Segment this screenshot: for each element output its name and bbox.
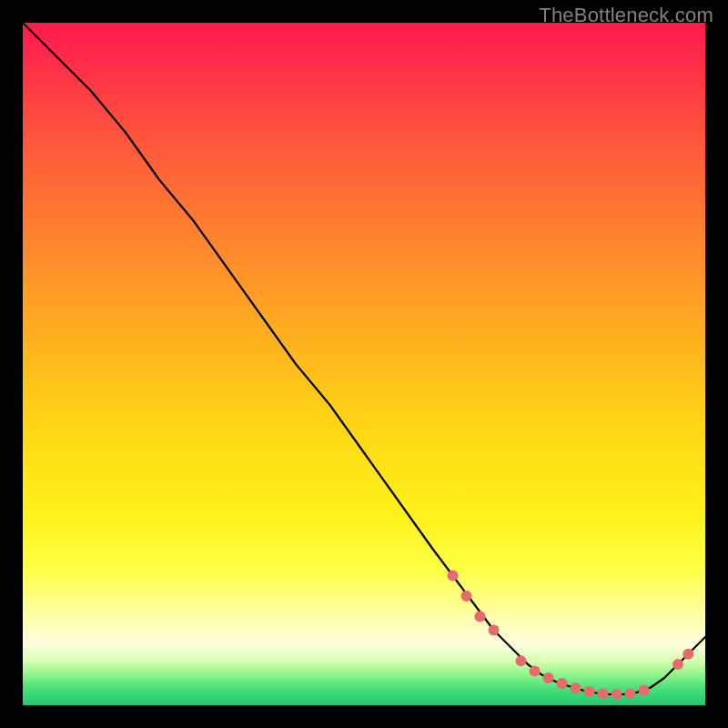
curve-marker [682,649,693,660]
curve-marker [612,689,622,700]
curve-marker [598,688,609,699]
curve-marker [672,659,683,670]
chart-area [23,23,705,705]
curve-marker [584,686,595,697]
curve-marker [543,672,554,683]
bottleneck-curve-chart [23,23,705,705]
curve-marker [475,612,486,622]
curve-marker [557,678,568,689]
curve-marker [639,685,650,696]
curve-marker [625,688,636,699]
curve-marker [571,682,581,693]
watermark-text: TheBottleneck.com [539,4,713,27]
gradient-background [23,23,705,705]
curve-marker [461,591,472,602]
curve-marker [516,655,527,666]
curve-marker [489,625,500,636]
curve-marker [530,666,541,677]
curve-marker [448,571,459,581]
